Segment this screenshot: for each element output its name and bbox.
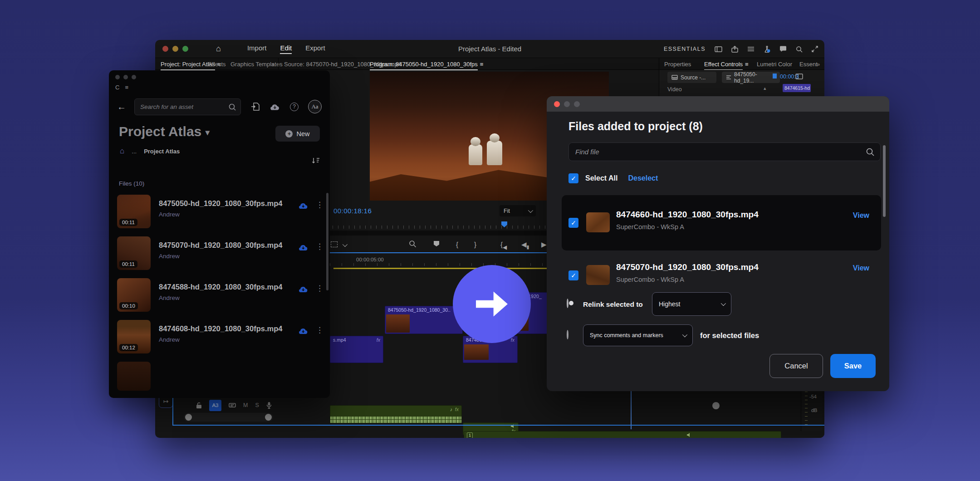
stacked-panels-icon[interactable] [747,46,755,52]
tab-effect-controls[interactable]: Effect Controls≡ [704,58,749,70]
close-window-button[interactable] [115,75,120,79]
timeline-clip-a3[interactable]: 1 fx [464,431,781,438]
add-marker-icon[interactable] [433,240,440,247]
quick-export-icon[interactable] [731,46,738,53]
workspace-label[interactable]: ESSENTIALS [664,46,706,52]
mini-playhead[interactable] [773,74,777,79]
asset-search-input[interactable] [135,99,240,115]
timeline-clip-v1a[interactable]: s.mp4fx [330,336,383,363]
effect-controls-timecode[interactable]: 00:00:3 [780,74,799,80]
search-icon[interactable] [228,103,236,111]
dialog-file-row[interactable]: ✓ 8474660-hd_1920_1080_30fps.mp4 SuperCo… [562,195,881,250]
clip-selector-dropdown[interactable]: 8475050-hd_19... [722,72,780,83]
relink-radio[interactable] [567,299,568,308]
breadcrumb-current[interactable]: Project Atlas [144,148,180,155]
mark-out-icon[interactable]: } [474,240,476,248]
cloud-download-icon[interactable] [298,327,309,334]
tab-essential[interactable]: Essent [799,58,818,70]
zoom-window-button[interactable] [132,75,136,79]
kebab-menu-icon[interactable]: ⋮ [316,200,323,210]
close-window-button[interactable] [162,46,168,52]
help-icon[interactable]: ? [290,103,299,111]
dialog-scrollbar[interactable] [883,145,886,217]
scrollbar-handle[interactable] [265,414,272,421]
timeline-clip-a1[interactable]: ♪ fx [330,405,462,423]
file-checkbox[interactable]: ✓ [568,218,578,228]
beaker-icon[interactable] [764,46,770,53]
zoom-level-select[interactable]: Fit [500,205,536,216]
source-clip-button[interactable]: Source -... [667,72,716,83]
minimize-window-button[interactable] [172,46,178,52]
kebab-menu-icon[interactable]: ⋮ [316,242,323,251]
menu-edit[interactable]: Edit [280,44,292,54]
app-menu-icon[interactable]: ≡ [125,84,128,91]
view-link[interactable]: View [853,264,869,272]
step-back-icon[interactable]: ◀▮ [521,240,527,249]
menu-import[interactable]: Import [247,44,267,54]
avatar[interactable]: Aa [308,100,322,113]
file-checkbox[interactable]: ✓ [568,270,578,280]
track-target-icon[interactable] [229,402,236,408]
cloud-download-icon[interactable] [298,285,309,293]
marquee-select-icon[interactable] [331,241,338,247]
list-item[interactable]: 00:10 8474588-hd_1920_1080_30fps.mp4 And… [109,276,330,318]
timeline-horizontal-scrollbar[interactable] [184,413,273,422]
lock-icon[interactable] [196,402,202,409]
tab-overflow-icon[interactable]: » [817,58,820,70]
microphone-icon[interactable] [266,402,272,409]
sort-icon[interactable] [312,157,320,164]
kebab-menu-icon[interactable]: ⋮ [316,284,323,293]
mark-in-icon[interactable]: { [456,240,458,248]
mute-button[interactable]: M [243,402,248,408]
breadcrumb-more[interactable]: ... [132,148,137,155]
zoom-lens-icon[interactable] [409,240,416,248]
list-item[interactable]: 00:12 8474608-hd_1920_1080_30fps.mp4 And… [109,318,330,360]
relink-quality-select[interactable]: Highest [652,292,731,316]
asset-list-scrollbar[interactable] [326,193,328,290]
menu-export[interactable]: Export [305,44,325,54]
deselect-link[interactable]: Deselect [628,174,658,182]
track-a3-badge[interactable]: A3 [209,400,221,411]
cancel-button[interactable]: Cancel [769,354,823,378]
list-item[interactable]: 00:11 8475070-hd_1920_1080_30fps.mp4 And… [109,235,330,276]
panel-menu-icon[interactable]: ≡ [745,61,749,68]
minimize-window-button[interactable] [123,75,128,79]
sync-mode-select[interactable]: Sync comments and markers [583,324,693,346]
tab-effects[interactable]: Effects [208,58,226,70]
home-icon[interactable]: ⌂ [120,147,124,156]
find-file-input[interactable] [569,143,880,161]
close-window-button[interactable] [554,101,560,107]
effect-controls-clip-chip[interactable]: 8474615-hd [783,84,811,92]
monitor-playhead[interactable] [501,221,507,227]
sync-radio[interactable] [567,330,568,339]
list-item[interactable]: 00:11 8475050-hd_1920_1080_30fps.mp4 And… [109,193,330,235]
tab-graphics-templates[interactable]: Graphics Templates [230,58,283,70]
fullscreen-icon[interactable] [812,46,818,52]
play-icon[interactable]: ▶ [541,240,547,249]
import-file-icon[interactable] [251,102,260,111]
timeline-clip-v2[interactable]: 8475050-hd_1920_1080_30..fx [385,306,463,334]
tab-lumetri-color[interactable]: Lumetri Color [757,58,792,70]
kebab-menu-icon[interactable]: ⋮ [316,325,323,335]
chevron-down-icon[interactable]: ▾ [206,128,210,137]
comments-icon[interactable] [779,46,787,52]
select-all-checkbox[interactable]: ✓ [568,173,578,183]
new-button[interactable]: +New [275,126,320,142]
tab-properties[interactable]: Properties [664,58,691,70]
back-icon[interactable]: ← [117,102,126,112]
cloud-download-icon[interactable] [298,202,309,209]
zoom-tool-icon[interactable] [796,46,803,53]
go-to-in-icon[interactable]: {◀ [500,240,503,248]
cloud-download-icon[interactable] [270,103,280,111]
list-item[interactable] [109,360,330,398]
cloud-download-icon[interactable] [298,244,309,251]
home-icon[interactable]: ⌂ [216,44,221,54]
minimize-window-button[interactable] [564,101,570,107]
workspaces-icon[interactable] [715,46,722,52]
timeline-vertical-scroll-handle[interactable] [712,402,720,409]
save-button[interactable]: Save [830,354,876,378]
view-link[interactable]: View [853,211,869,220]
collapse-icon[interactable]: ▴ [764,85,766,91]
solo-button[interactable]: S [255,402,259,408]
chevron-down-icon[interactable] [343,242,348,247]
